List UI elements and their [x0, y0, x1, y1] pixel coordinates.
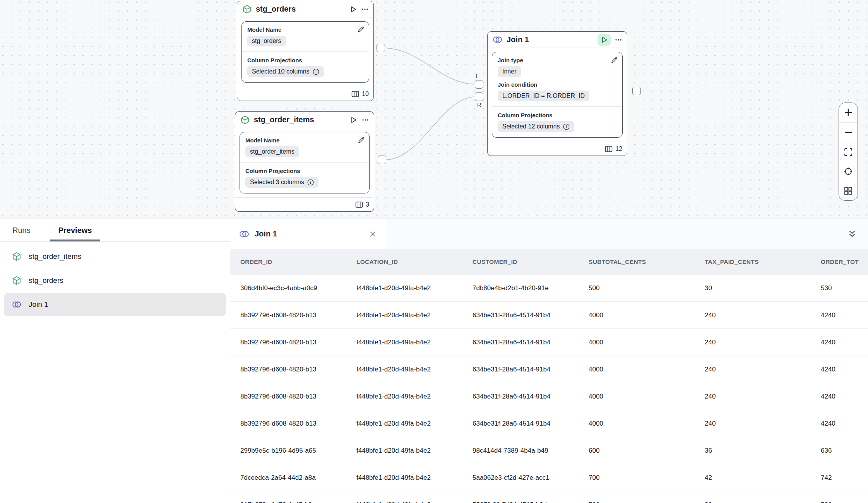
sidebar-item-label: stg_orders — [29, 276, 63, 285]
cell-order-total: 742 — [811, 474, 868, 482]
cell-subtotal-cents: 4000 — [579, 311, 695, 319]
table-row[interactable]: 8b392796-d608-4820-b13 f448bfe1-d20d-49f… — [230, 383, 868, 410]
tab-previews[interactable]: Previews — [50, 219, 101, 241]
preview-tab-join-1[interactable]: Join 1 — [230, 219, 386, 249]
column-header[interactable]: TAX_PAID_CENTS — [695, 258, 811, 265]
field-label: Column Projections — [245, 168, 364, 174]
close-icon[interactable] — [369, 230, 377, 238]
previews-list: stg_order_items stg_orders Join 1 — [0, 242, 230, 317]
columns-count: 3 — [366, 201, 369, 208]
cell-location-id: f448bfe1-d20d-49fa-b4e2 — [346, 339, 462, 346]
sidebar-item-label: Join 1 — [29, 300, 48, 309]
join-right-label: R — [477, 101, 481, 108]
table-row[interactable]: 306d4bf0-ec3c-4abb-a0c9 f448bfe1-d20d-49… — [230, 275, 868, 302]
center-view-button[interactable] — [839, 162, 858, 181]
target-handle-join-left[interactable] — [475, 80, 483, 89]
projections-value: Selected 3 columns — [245, 177, 318, 188]
sidebar-item-stg-order-items[interactable]: stg_order_items — [4, 245, 226, 268]
node-menu-button[interactable] — [361, 5, 369, 13]
cell-customer-id: 5aa062e3-cf2d-427e-acc1 — [462, 474, 579, 482]
table-row[interactable]: 315b373c-1d72-4c45-b3 f448bfe1-d20d-49fa… — [230, 491, 868, 503]
column-header[interactable]: CUSTOMER_ID — [462, 258, 579, 265]
edge-lines — [0, 0, 868, 219]
join-condition-field: Join condition L.ORDER_ID = R.ORDER_ID — [498, 81, 617, 101]
table-row[interactable]: 8b392796-d608-4820-b13 f448bfe1-d20d-49f… — [230, 302, 868, 329]
cell-subtotal-cents: 500 — [579, 284, 695, 292]
columns-count-icon — [355, 201, 363, 208]
cell-customer-id: 634be31f-28a6-4514-91b4 — [462, 311, 579, 319]
run-node-button[interactable] — [349, 116, 358, 124]
column-header[interactable]: LOCATION_ID — [346, 258, 462, 265]
column-header[interactable]: ORDER_ID — [230, 258, 346, 265]
source-handle-stg-order-items[interactable] — [378, 156, 386, 164]
node-footer: 12 — [488, 142, 627, 156]
node-title: stg_orders — [256, 5, 345, 14]
join-icon — [239, 229, 250, 240]
edit-icon[interactable] — [610, 56, 618, 64]
column-header[interactable]: SUBTOTAL_CENTS — [579, 258, 695, 265]
divider — [242, 51, 369, 52]
cell-subtotal-cents: 4000 — [579, 420, 695, 428]
table-row[interactable]: 8b392796-d608-4820-b13 f448bfe1-d20d-49f… — [230, 410, 868, 437]
node-header: stg_orders — [237, 1, 373, 17]
table-row[interactable]: 7dceedca-2a64-44d2-a8a f448bfe1-d20d-49f… — [230, 464, 868, 491]
info-icon[interactable] — [313, 68, 319, 75]
info-icon[interactable] — [563, 123, 570, 130]
pipeline-canvas[interactable]: stg_orders Model Name stg_orders — [0, 0, 868, 219]
node-menu-button[interactable] — [361, 116, 369, 124]
cell-order-total: 4240 — [811, 311, 868, 319]
cell-tax-paid-cents: 240 — [695, 339, 811, 346]
field-label: Column Projections — [498, 112, 617, 118]
node-body: Join type Inner Join condition L.ORDER_I… — [488, 48, 627, 142]
node-menu-button[interactable] — [615, 36, 622, 44]
node-stg-orders[interactable]: stg_orders Model Name stg_orders — [237, 1, 374, 101]
edge-stg-orders-to-join — [385, 48, 474, 84]
cell-tax-paid-cents: 30 — [695, 501, 811, 503]
cell-subtotal-cents: 500 — [579, 501, 695, 503]
run-node-button[interactable] — [597, 34, 611, 46]
table-row[interactable]: 8b392796-d608-4820-b13 f448bfe1-d20d-49f… — [230, 329, 868, 356]
cell-order-total: 530 — [811, 284, 868, 292]
fit-view-button[interactable] — [839, 142, 858, 162]
source-handle-join[interactable] — [632, 87, 641, 95]
join-type-value: Inner — [498, 66, 521, 77]
edit-icon[interactable] — [357, 136, 365, 144]
join-icon — [12, 299, 22, 310]
minimap-toggle-button[interactable] — [839, 181, 858, 200]
sidebar-item-join-1[interactable]: Join 1 — [4, 293, 226, 316]
cell-tax-paid-cents: 240 — [695, 420, 811, 428]
run-node-button[interactable] — [349, 5, 357, 14]
cell-order-id: 299b9e5c-b196-4d95-a65 — [230, 447, 346, 455]
join-condition-value: L.ORDER_ID = R.ORDER_ID — [498, 91, 589, 101]
cell-customer-id: 7db80e4b-d2b1-4b20-91e — [462, 284, 579, 292]
node-stg-order-items[interactable]: stg_order_items Model Name stg_order_ite… — [235, 111, 374, 212]
edit-icon[interactable] — [357, 26, 365, 33]
field-label: Join condition — [498, 81, 617, 88]
target-handle-join-right[interactable] — [475, 92, 483, 101]
cell-order-id: 306d4bf0-ec3c-4abb-a0c9 — [230, 284, 346, 292]
sidebar-item-stg-orders[interactable]: stg_orders — [4, 269, 226, 292]
source-handle-stg-orders[interactable] — [377, 44, 385, 52]
info-icon[interactable] — [307, 179, 314, 186]
model-icon — [12, 252, 22, 262]
zoom-in-button[interactable] — [839, 103, 858, 122]
node-join-1[interactable]: Join 1 Join type Inner — [487, 31, 627, 156]
model-name-field: Model Name stg_order_items — [245, 137, 364, 157]
preview-area: Join 1 ORDER_IDLOCATION_IDCUSTOMER_IDSUB… — [230, 219, 868, 503]
table-header-row: ORDER_IDLOCATION_IDCUSTOMER_IDSUBTOTAL_C… — [230, 249, 868, 275]
cell-customer-id: 634be31f-28a6-4514-91b4 — [462, 339, 579, 346]
column-header[interactable]: ORDER_TOT — [811, 258, 868, 265]
zoom-out-button[interactable] — [839, 123, 858, 142]
tab-runs[interactable]: Runs — [11, 219, 32, 241]
cell-location-id: f448bfe1-d20d-49fa-b4e2 — [346, 311, 462, 319]
cell-order-id: 315b373c-1d72-4c45-b3 — [230, 501, 346, 503]
edge-stg-order-items-to-join — [386, 97, 474, 160]
collapse-panel-icon[interactable] — [847, 229, 857, 239]
divider — [240, 162, 369, 163]
projections-text: Selected 10 columns — [252, 68, 310, 75]
node-title: Join 1 — [507, 35, 594, 44]
table-row[interactable]: 8b392796-d608-4820-b13 f448bfe1-d20d-49f… — [230, 356, 868, 383]
table-row[interactable]: 299b9e5c-b196-4d95-a65 f448bfe1-d20d-49f… — [230, 437, 868, 464]
columns-count-icon — [351, 91, 359, 98]
cell-order-total: 4240 — [811, 339, 868, 346]
